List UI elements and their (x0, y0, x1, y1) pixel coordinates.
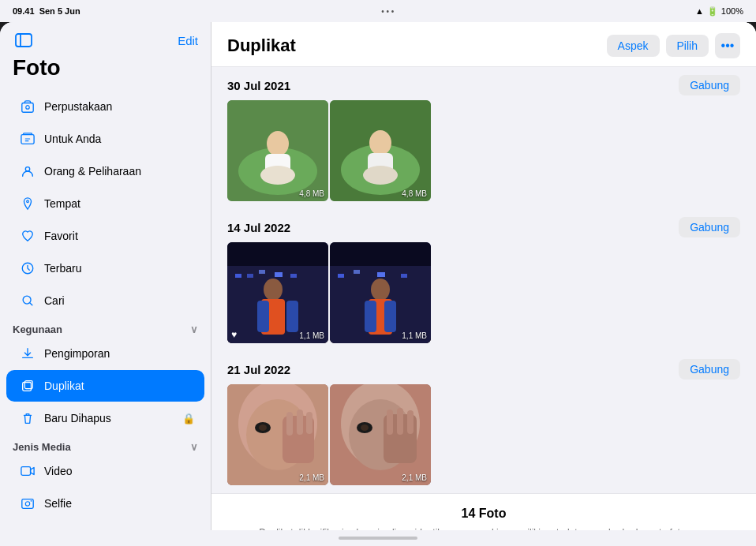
sidebar-item-live-photos[interactable]: Live Photos (6, 520, 204, 530)
sidebar-item-untuk-anda[interactable]: Untuk Anda (6, 123, 204, 155)
sidebar-toggle-icon[interactable] (13, 32, 35, 49)
aspek-button[interactable]: Aspek (607, 35, 660, 57)
duplicate-icon (19, 377, 36, 395)
merge-button-1[interactable]: Gabung (679, 75, 740, 95)
svg-point-37 (264, 279, 283, 301)
heart-icon (19, 227, 36, 245)
photo-cell-1-2[interactable]: 4,8 MB (330, 100, 431, 201)
svg-rect-56 (297, 410, 303, 435)
merge-button-2[interactable]: Gabung (679, 217, 740, 237)
chevron-down-icon: ∨ (190, 441, 198, 453)
svg-rect-55 (286, 412, 293, 436)
home-indicator (0, 530, 756, 546)
sidebar-item-label: Duplikat (44, 380, 195, 392)
photo-cell-3-1[interactable]: 2,1 MB (227, 384, 328, 485)
svg-point-59 (259, 424, 267, 431)
info-panel: 14 Foto Duplikat diklasifikasi sebagai s… (211, 493, 756, 530)
header-buttons: Aspek Pilih ••• (607, 33, 740, 58)
photo-cell-2-1[interactable]: ♥ 1,1 MB (227, 242, 328, 343)
selfie-icon (19, 495, 36, 512)
sidebar-item-selfie[interactable]: Selfie (6, 488, 204, 519)
sidebar: Edit Foto Perpustakaan (0, 22, 211, 530)
info-panel-title: 14 Foto (259, 507, 709, 521)
sidebar-item-cari[interactable]: Cari (6, 285, 204, 316)
sidebar-item-terbaru[interactable]: Terbaru (6, 252, 204, 284)
photo-cell-1-1[interactable]: 4,8 MB (227, 100, 328, 201)
sidebar-item-video[interactable]: Video (6, 455, 204, 487)
main-content: 30 Jul 2021 Gabung (211, 67, 756, 530)
svg-rect-32 (235, 274, 241, 278)
sidebar-item-label: Favorit (44, 230, 195, 242)
status-time: 09.41 Sen 5 Jun (13, 6, 80, 16)
sidebar-jenis-media-items: Video Selfie (0, 454, 211, 530)
for-you-icon (19, 130, 36, 148)
svg-rect-57 (306, 412, 313, 434)
photo-group-2: 14 Jul 2022 Gabung (211, 209, 756, 351)
people-icon (19, 163, 36, 180)
photo-group-1: 30 Jul 2021 Gabung (211, 67, 756, 209)
svg-rect-45 (377, 272, 385, 277)
battery-icon: 🔋 (707, 6, 718, 17)
photo-section-header-1: 30 Jul 2021 Gabung (211, 67, 756, 100)
home-bar (339, 537, 417, 540)
svg-rect-0 (16, 34, 32, 47)
svg-rect-35 (275, 272, 283, 277)
photo-grid-3: 2,1 MB (211, 384, 756, 493)
photo-section-date-3: 21 Jul 2022 (227, 363, 290, 376)
sidebar-edit-button[interactable]: Edit (178, 34, 198, 47)
sidebar-item-perpustakaan[interactable]: Perpustakaan (6, 91, 204, 122)
photo-group-3: 21 Jul 2022 Gabung (211, 351, 756, 493)
photo-cell-2-2[interactable]: 1,1 MB (330, 242, 431, 343)
status-right: ▲ 🔋 100% (695, 6, 743, 17)
sidebar-item-label: Selfie (44, 497, 195, 510)
photo-heart-2-1: ♥ (231, 329, 237, 340)
svg-rect-43 (338, 274, 344, 278)
sidebar-item-label: Cari (44, 294, 195, 307)
sidebar-section-jenis-media[interactable]: Jenis Media ∨ (0, 435, 211, 454)
sidebar-item-label: Perpustakaan (44, 100, 195, 113)
svg-rect-44 (354, 270, 360, 274)
sidebar-item-duplikat[interactable]: Duplikat (6, 370, 204, 402)
wifi-icon: ▲ (695, 6, 704, 16)
sidebar-item-baru-dihapus[interactable]: Baru Dihapus 🔒 (6, 402, 204, 434)
svg-point-3 (26, 106, 30, 110)
svg-point-27 (369, 130, 391, 155)
sidebar-item-tempat[interactable]: Tempat (6, 188, 204, 219)
svg-rect-39 (257, 301, 269, 332)
svg-point-29 (363, 166, 398, 185)
photo-size-2-2: 1,1 MB (402, 331, 427, 340)
sidebar-item-label: Terbaru (44, 262, 195, 275)
svg-rect-50 (384, 301, 396, 332)
photo-size-3-1: 2,1 MB (299, 473, 324, 482)
pilih-button[interactable]: Pilih (666, 35, 709, 57)
sidebar-item-label: Video (44, 465, 195, 477)
search-icon (19, 292, 36, 309)
photo-section-date-2: 14 Jul 2022 (227, 221, 290, 234)
sidebar-section-kegunaan[interactable]: Kegunaan ∨ (0, 317, 211, 337)
svg-point-5 (25, 167, 29, 171)
photo-section-header-2: 14 Jul 2022 Gabung (211, 209, 756, 242)
svg-rect-66 (407, 410, 414, 434)
more-button[interactable]: ••• (715, 33, 740, 58)
photo-cell-3-2[interactable]: 2,1 MB (330, 384, 431, 485)
status-bar: 09.41 Sen 5 Jun • • • ▲ 🔋 100% (0, 0, 756, 22)
sidebar-item-label: Untuk Anda (44, 133, 195, 145)
more-dots-icon: ••• (721, 39, 735, 53)
svg-rect-49 (365, 301, 376, 332)
main-panel: Duplikat Aspek Pilih ••• 30 Jul 2021 Gab… (211, 22, 756, 530)
sidebar-item-label: Orang & Peliharaan (44, 165, 195, 178)
sidebar-main-nav: Perpustakaan Untuk Anda (0, 90, 211, 317)
sidebar-item-favorit[interactable]: Favorit (6, 220, 204, 252)
status-center-dots: • • • (381, 7, 394, 16)
merge-button-3[interactable]: Gabung (679, 359, 740, 380)
photo-section-header-3: 21 Jul 2022 Gabung (211, 351, 756, 384)
sidebar-item-orang-peliharaan[interactable]: Orang & Peliharaan (6, 155, 204, 187)
svg-point-68 (361, 424, 369, 431)
photo-size-1-1: 4,8 MB (299, 189, 324, 198)
svg-point-6 (27, 200, 29, 203)
svg-rect-46 (401, 274, 407, 278)
photo-size-2-1: 1,1 MB (299, 331, 324, 340)
svg-point-22 (267, 131, 289, 156)
app-container: Edit Foto Perpustakaan (0, 22, 756, 530)
sidebar-item-pengimporan[interactable]: Pengimporan (6, 338, 204, 369)
